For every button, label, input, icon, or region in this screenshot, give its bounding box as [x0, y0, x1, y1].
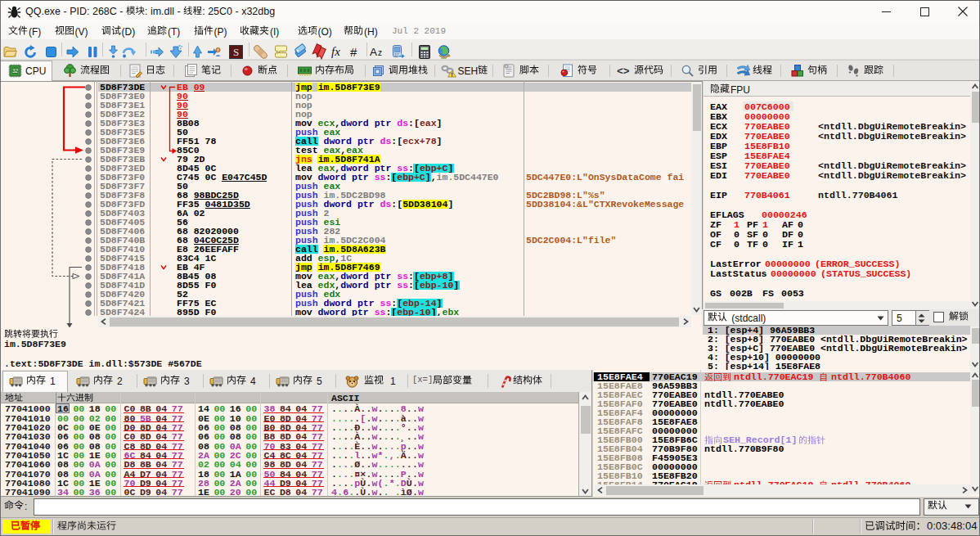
svg-text:S: S — [233, 46, 239, 58]
svg-text:#: # — [350, 45, 357, 59]
svg-text:z: z — [378, 48, 382, 57]
svg-text:A: A — [370, 46, 377, 58]
svg-text:<>: <> — [617, 65, 630, 78]
svg-text:fx: fx — [331, 45, 340, 58]
svg-text:32: 32 — [12, 68, 19, 74]
